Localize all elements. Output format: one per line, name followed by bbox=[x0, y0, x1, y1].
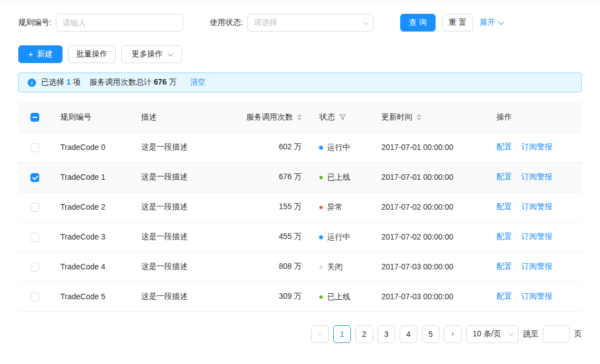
rule-code-cell: TradeCode 5 bbox=[51, 282, 132, 311]
table-row: TradeCode 0 这是一段描述 602 万 运行中 2017-07-01 … bbox=[18, 132, 582, 162]
updated-time-cell: 2017-07-01 00:00:00 bbox=[373, 132, 488, 162]
next-page-button[interactable]: › bbox=[444, 325, 462, 343]
updated-time-cell: 2017-07-01 00:00:00 bbox=[373, 162, 488, 192]
query-button[interactable]: 查 询 bbox=[400, 14, 436, 32]
call-count-cell: 455 万 bbox=[232, 222, 311, 252]
filter-icon[interactable] bbox=[339, 114, 346, 121]
rule-code-cell: TradeCode 3 bbox=[51, 222, 132, 252]
new-button[interactable]: + 新建 bbox=[18, 45, 63, 63]
column-header-actions: 操作 bbox=[488, 102, 582, 132]
page-number-button[interactable]: 5 bbox=[422, 325, 439, 343]
status-badge: 关闭 bbox=[319, 262, 343, 272]
status-badge: 异常 bbox=[319, 202, 343, 212]
jump-suffix-label: 页 bbox=[574, 329, 582, 339]
rule-code-cell: TradeCode 1 bbox=[51, 162, 132, 192]
selected-count: 1 bbox=[66, 77, 71, 86]
description-cell: 这是一段描述 bbox=[132, 222, 232, 252]
call-count-cell: 155 万 bbox=[232, 192, 311, 222]
row-checkbox[interactable] bbox=[30, 143, 39, 152]
sorter-icon[interactable] bbox=[297, 114, 302, 121]
reset-button[interactable]: 重 置 bbox=[442, 14, 473, 32]
table-row: TradeCode 2 这是一段描述 155 万 异常 2017-07-02 0… bbox=[18, 192, 582, 222]
table-row: TradeCode 4 这是一段描述 808 万 关闭 2017-07-03 0… bbox=[18, 252, 582, 282]
pagination: ‹ 12345 › 10 条/页 跳至 页 bbox=[18, 325, 582, 343]
description-cell: 这是一段描述 bbox=[132, 282, 232, 311]
subscribe-alert-link[interactable]: 订阅警报 bbox=[521, 262, 552, 272]
page-number-button[interactable]: 2 bbox=[355, 325, 373, 343]
configure-link[interactable]: 配置 bbox=[496, 262, 512, 272]
expand-link[interactable]: 展开 bbox=[480, 18, 503, 28]
page-numbers: 12345 bbox=[333, 325, 439, 343]
call-count-cell: 602 万 bbox=[232, 132, 311, 162]
sorter-icon[interactable] bbox=[417, 114, 421, 121]
call-count-cell: 676 万 bbox=[232, 162, 311, 192]
info-circle-icon: i bbox=[28, 79, 36, 87]
chevron-down-icon bbox=[498, 19, 504, 25]
table-header-row: 规则编号 描述 服务调用次数 状态 bbox=[18, 102, 582, 132]
row-checkbox[interactable] bbox=[30, 263, 39, 272]
selected-text: 已选择1项 bbox=[41, 77, 81, 87]
status-text: 已上线 bbox=[327, 292, 350, 302]
updated-time-cell: 2017-07-03 00:00:00 bbox=[373, 252, 488, 282]
expand-label: 展开 bbox=[480, 18, 495, 28]
table-row: TradeCode 3 这是一段描述 455 万 运行中 2017-07-02 … bbox=[18, 222, 582, 252]
jump-page-input[interactable] bbox=[543, 325, 570, 343]
configure-link[interactable]: 配置 bbox=[496, 202, 512, 212]
action-divider bbox=[516, 203, 517, 211]
batch-operation-button[interactable]: 批量操作 bbox=[68, 45, 116, 63]
configure-link[interactable]: 配置 bbox=[496, 172, 512, 182]
row-checkbox[interactable] bbox=[30, 203, 39, 212]
chevron-right-icon: › bbox=[452, 329, 454, 338]
description-cell: 这是一段描述 bbox=[132, 132, 232, 162]
configure-link[interactable]: 配置 bbox=[496, 292, 512, 301]
page-number-button[interactable]: 4 bbox=[400, 325, 417, 343]
prev-page-button[interactable]: ‹ bbox=[311, 325, 329, 343]
status-badge: 已上线 bbox=[319, 292, 350, 302]
page-size-select[interactable]: 10 条/页 bbox=[466, 325, 519, 343]
row-checkbox[interactable] bbox=[30, 233, 39, 242]
more-operations-label: 更多操作 bbox=[132, 49, 163, 59]
status-text: 已上线 bbox=[327, 173, 350, 183]
status-select[interactable]: 请选择 bbox=[247, 14, 374, 32]
chevron-down-icon bbox=[508, 330, 514, 336]
column-header-updated[interactable]: 更新时间 bbox=[381, 112, 421, 122]
status-text: 运行中 bbox=[327, 143, 350, 153]
rule-code-cell: TradeCode 2 bbox=[51, 192, 132, 222]
rule-code-cell: TradeCode 0 bbox=[51, 132, 132, 162]
column-header-call-count[interactable]: 服务调用次数 bbox=[246, 112, 302, 122]
page-number-button[interactable]: 1 bbox=[333, 325, 351, 343]
subscribe-alert-link[interactable]: 订阅警报 bbox=[521, 292, 552, 301]
status-text: 运行中 bbox=[327, 232, 350, 242]
action-divider bbox=[516, 263, 517, 271]
status-dot-icon bbox=[319, 176, 323, 179]
page-number-button[interactable]: 3 bbox=[377, 325, 395, 343]
chevron-left-icon: ‹ bbox=[319, 329, 322, 338]
call-count-cell: 808 万 bbox=[232, 252, 311, 282]
status-badge: 已上线 bbox=[319, 173, 350, 183]
quick-jumper: 跳至 页 bbox=[523, 325, 582, 343]
rule-list-page: 规则编号: 使用状态: 请选择 查 询 重 置 展开 + 新建 批量操作 更多操… bbox=[0, 14, 600, 343]
row-checkbox[interactable] bbox=[30, 293, 39, 301]
column-header-description: 描述 bbox=[132, 102, 232, 132]
selection-alert: i 已选择1项 服务调用次数总计676万 清空 bbox=[18, 72, 582, 92]
row-checkbox[interactable] bbox=[30, 173, 39, 182]
action-divider bbox=[516, 173, 517, 181]
action-divider bbox=[516, 143, 517, 151]
subscribe-alert-link[interactable]: 订阅警报 bbox=[521, 172, 552, 182]
description-cell: 这是一段描述 bbox=[132, 162, 232, 192]
more-operations-button[interactable]: 更多操作 bbox=[121, 45, 182, 63]
clear-selection-link[interactable]: 清空 bbox=[190, 77, 205, 87]
status-text: 关闭 bbox=[327, 262, 343, 272]
rule-id-input[interactable] bbox=[56, 14, 183, 32]
status-dot-icon bbox=[319, 146, 323, 149]
subscribe-alert-link[interactable]: 订阅警报 bbox=[521, 142, 552, 152]
configure-link[interactable]: 配置 bbox=[496, 232, 512, 242]
call-count-cell: 309 万 bbox=[232, 282, 311, 311]
status-dot-icon bbox=[319, 236, 323, 239]
configure-link[interactable]: 配置 bbox=[496, 142, 512, 152]
subscribe-alert-link[interactable]: 订阅警报 bbox=[521, 232, 552, 242]
subscribe-alert-link[interactable]: 订阅警报 bbox=[521, 202, 552, 212]
search-form: 规则编号: 使用状态: 请选择 查 询 重 置 展开 bbox=[18, 14, 582, 32]
select-all-checkbox[interactable] bbox=[30, 113, 39, 122]
description-cell: 这是一段描述 bbox=[132, 192, 232, 222]
